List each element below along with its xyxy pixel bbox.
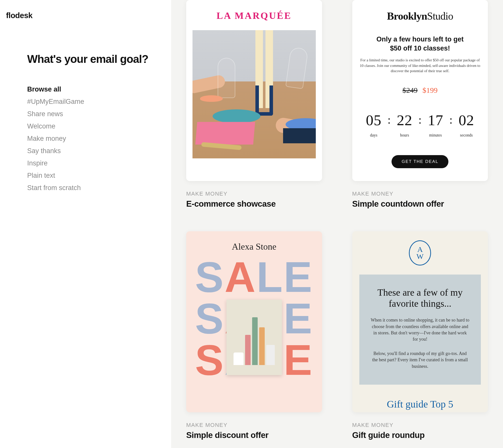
nav-list: Browse all #UpMyEmailGame Share news Wel…	[27, 85, 171, 192]
template-category: MAKE MONEY	[352, 422, 488, 428]
cta-button[interactable]: GET THE DEAL	[392, 155, 448, 168]
nav-item-share-news[interactable]: Share news	[27, 110, 171, 118]
preview-headline: Only a few hours left to get $50 off 10 …	[376, 35, 464, 53]
nav-item-welcome[interactable]: Welcome	[27, 122, 171, 130]
preview-graphic: SALE SALE SALE	[186, 256, 322, 412]
logo[interactable]: flodesk	[6, 11, 171, 20]
template-title: E-commerce showcase	[186, 199, 322, 209]
nav-item-make-money[interactable]: Make money	[27, 135, 171, 143]
preview-image	[192, 30, 316, 158]
preview-monogram: A W	[409, 240, 431, 265]
template-title: Simple discount offer	[186, 430, 322, 440]
template-preview: BrooklynStudio Only a few hours left to …	[352, 0, 488, 181]
template-card[interactable]: A W These are a few of my favorite thing…	[352, 231, 488, 440]
preview-price: $249 $199	[403, 86, 438, 95]
preview-paragraph: When it comes to online shopping, it can…	[370, 317, 470, 342]
page-title: What's your email goal?	[27, 53, 171, 65]
new-price: $199	[422, 86, 438, 94]
countdown-days: 05	[366, 112, 381, 129]
nav-item-plain-text[interactable]: Plain text	[27, 172, 171, 180]
old-price: $249	[403, 86, 418, 94]
nav-item-say-thanks[interactable]: Say thanks	[27, 147, 171, 155]
preview-description: For a limited time, our studio is excite…	[360, 58, 481, 74]
sidebar: flodesk What's your email goal? Browse a…	[0, 0, 171, 448]
template-card[interactable]: BrooklynStudio Only a few hours left to …	[352, 0, 488, 209]
nav-item-start-from-scratch[interactable]: Start from scratch	[27, 184, 171, 192]
countdown-minutes: 17	[428, 112, 443, 129]
nav-item-inspire[interactable]: Inspire	[27, 159, 171, 167]
template-category: MAKE MONEY	[186, 191, 322, 197]
preview-brand: LA MARQUÉE	[216, 10, 292, 21]
template-card[interactable]: LA MARQUÉE MAKE MONEY E-commerce showcas…	[186, 0, 322, 209]
template-grid: LA MARQUÉE MAKE MONEY E-commerce showcas…	[171, 0, 503, 448]
preview-footer: Gift guide Top 5	[387, 398, 453, 410]
template-title: Simple countdown offer	[352, 199, 488, 209]
template-preview: LA MARQUÉE	[186, 0, 322, 181]
nav-item-upmyemailgame[interactable]: #UpMyEmailGame	[27, 98, 171, 106]
countdown-hours: 22	[397, 112, 412, 129]
template-preview: A W These are a few of my favorite thing…	[352, 231, 488, 412]
nav-item-browse-all[interactable]: Browse all	[27, 85, 171, 93]
preview-panel: These are a few of my favorite things...…	[359, 275, 481, 385]
template-card[interactable]: Alexa Stone SALE SALE SALE MAKE MONEY Si…	[186, 231, 322, 440]
template-category: MAKE MONEY	[186, 422, 322, 428]
template-title: Gift guide roundup	[352, 430, 488, 440]
preview-brand: BrooklynStudio	[387, 10, 453, 22]
countdown-seconds: 02	[458, 112, 474, 129]
preview-inset-image	[226, 300, 282, 375]
template-preview: Alexa Stone SALE SALE SALE	[186, 231, 322, 412]
preview-paragraph: Below, you'll find a roundup of my gift …	[370, 350, 470, 370]
countdown: 05days : 22hours : 17minutes : 02seconds	[366, 112, 474, 138]
template-category: MAKE MONEY	[352, 191, 488, 197]
preview-brand: Alexa Stone	[232, 241, 276, 252]
preview-headline: These are a few of my favorite things...	[370, 287, 470, 309]
